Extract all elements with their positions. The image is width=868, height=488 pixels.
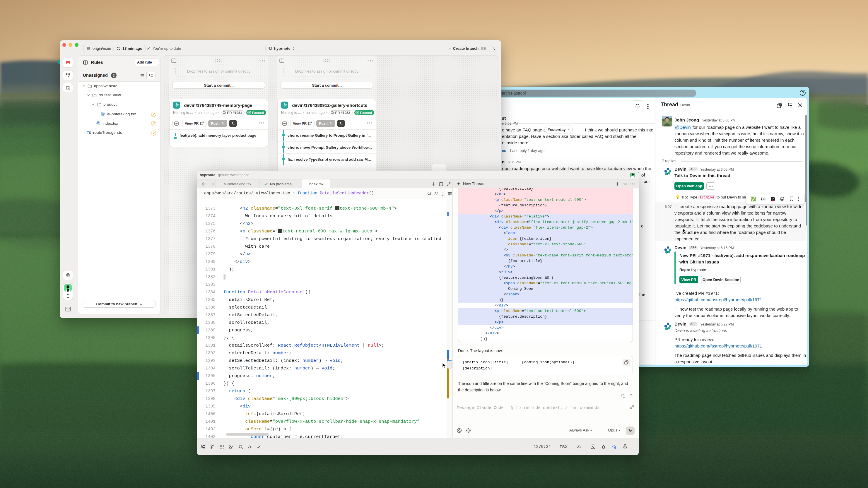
svg-text:MD: MD xyxy=(623,396,625,398)
